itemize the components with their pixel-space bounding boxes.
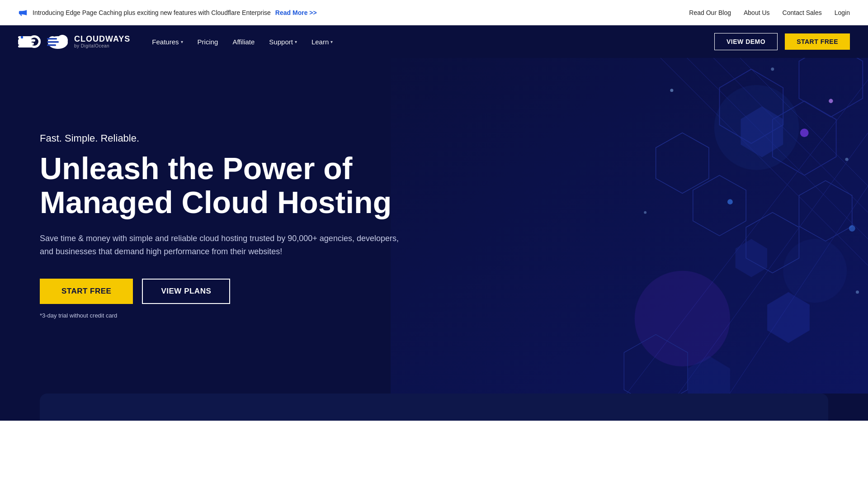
svg-point-48 (856, 290, 859, 294)
svg-point-13 (57, 35, 68, 46)
svg-rect-16 (47, 44, 56, 46)
top-bar-contact-sales[interactable]: Contact Sales (783, 9, 822, 16)
bottom-card (40, 394, 828, 421)
read-more-link[interactable]: Read More >> (275, 9, 317, 16)
hero-tagline: Fast. Simple. Reliable. (40, 133, 410, 144)
top-bar-links: Read Our Blog About Us Contact Sales Log… (689, 9, 850, 16)
nav-features[interactable]: Features ▾ (152, 38, 183, 46)
nav-learn[interactable]: Learn ▾ (311, 38, 333, 46)
navbar: CLOUDWAYS by DigitalOcean Features ▾ Pri… (0, 25, 868, 58)
svg-point-40 (849, 225, 855, 232)
svg-point-39 (727, 199, 733, 204)
nav-support[interactable]: Support ▾ (269, 38, 297, 46)
svg-point-46 (845, 158, 849, 161)
svg-point-47 (644, 211, 646, 214)
svg-point-37 (635, 271, 730, 366)
trial-note: *3-day trial without credit card (40, 312, 410, 319)
hero-title: Unleash the Power of Managed Cloud Hosti… (40, 152, 410, 219)
top-bar: Introducing Edge Page Caching plus excit… (0, 0, 868, 25)
svg-point-44 (670, 89, 673, 92)
svg-rect-7 (21, 36, 23, 38)
nav-pricing[interactable]: Pricing (198, 38, 218, 46)
svg-point-36 (783, 239, 847, 303)
nav-links: Features ▾ Pricing Affiliate Support ▾ L… (152, 38, 333, 46)
svg-point-35 (714, 85, 799, 170)
announcement-text: Introducing Edge Page Caching plus excit… (33, 9, 271, 16)
svg-rect-8 (18, 39, 35, 42)
chevron-down-icon: ▾ (295, 39, 297, 44)
logo-text: CLOUDWAYS by DigitalOcean (74, 35, 130, 49)
hero-section: Fast. Simple. Reliable. Unleash the Powe… (0, 58, 868, 394)
navbar-left: CLOUDWAYS by DigitalOcean Features ▾ Pri… (18, 33, 333, 51)
svg-rect-15 (47, 41, 59, 43)
svg-rect-14 (47, 38, 57, 40)
hero-background (391, 58, 868, 394)
start-free-button[interactable]: START FREE (40, 279, 133, 304)
svg-point-12 (48, 36, 57, 45)
svg-point-38 (800, 128, 809, 137)
bottom-section (0, 394, 868, 421)
top-bar-read-our-blog[interactable]: Read Our Blog (689, 9, 731, 16)
svg-point-45 (771, 67, 774, 71)
megaphone-icon (18, 8, 28, 18)
hero-buttons: START FREE VIEW PLANS (40, 279, 410, 304)
top-bar-announcement: Introducing Edge Page Caching plus excit… (18, 8, 317, 18)
view-demo-button[interactable]: VIEW DEMO (714, 33, 778, 50)
svg-point-41 (829, 99, 833, 103)
cloudways-logo-icon (46, 33, 70, 50)
view-plans-button[interactable]: VIEW PLANS (142, 279, 230, 304)
svg-rect-9 (18, 43, 34, 45)
chevron-down-icon: ▾ (181, 39, 183, 44)
hero-content: Fast. Simple. Reliable. Unleash the Powe… (40, 133, 410, 319)
navbar-right: VIEW DEMO START FREE (714, 33, 850, 50)
hero-description: Save time & money with simple and reliab… (40, 232, 410, 259)
top-bar-login[interactable]: Login (835, 9, 850, 16)
logo-icon (18, 33, 42, 51)
logo[interactable]: CLOUDWAYS by DigitalOcean (18, 33, 130, 51)
start-free-nav-button[interactable]: START FREE (785, 33, 850, 50)
top-bar-about-us[interactable]: About Us (744, 9, 770, 16)
nav-affiliate[interactable]: Affiliate (232, 38, 255, 46)
chevron-down-icon: ▾ (330, 39, 333, 44)
